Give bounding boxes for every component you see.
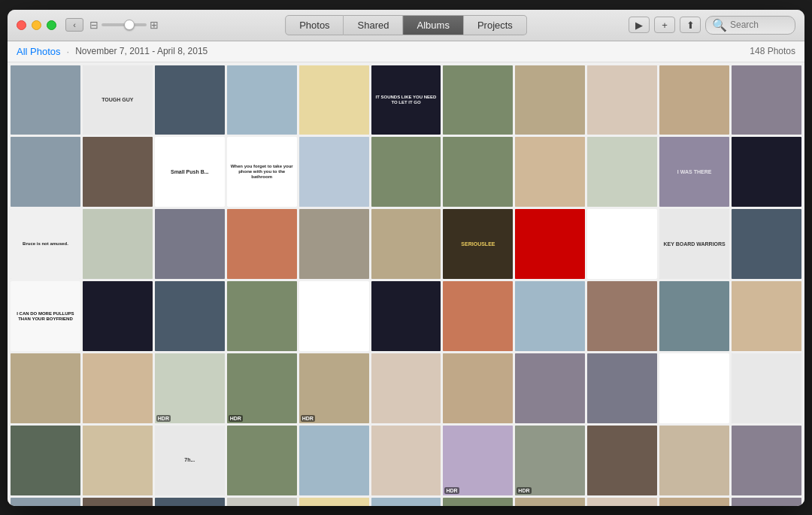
photo-cell[interactable]: KEY BOARD WARRIORS: [659, 209, 729, 279]
search-input[interactable]: [730, 20, 798, 30]
photo-cell[interactable]: [587, 65, 657, 135]
photo-cell[interactable]: [515, 65, 585, 135]
photo-cell[interactable]: Bruce is not amused.: [11, 209, 80, 279]
tab-albums[interactable]: Albums: [404, 15, 464, 35]
photo-cell[interactable]: [299, 281, 369, 351]
photo-cell[interactable]: [659, 353, 729, 423]
photo-cell[interactable]: [732, 353, 801, 423]
photo-cell[interactable]: HDR: [299, 353, 369, 423]
photo-cell[interactable]: [587, 353, 657, 423]
photo-cell[interactable]: HDR: [515, 498, 585, 505]
photo-cell[interactable]: Small Push B...: [155, 137, 225, 207]
photo-thumb: [299, 137, 369, 207]
play-button[interactable]: ▶: [629, 17, 650, 33]
photo-cell[interactable]: [371, 209, 441, 279]
photo-cell[interactable]: [443, 137, 513, 207]
photo-cell[interactable]: SERIOUSLEE: [443, 209, 513, 279]
photo-cell[interactable]: [371, 353, 441, 423]
photo-cell[interactable]: I WAS THERE: [659, 137, 729, 207]
photo-cell[interactable]: HDR: [227, 353, 297, 423]
photo-cell[interactable]: [299, 426, 369, 495]
photo-cell[interactable]: [515, 209, 585, 279]
photo-cell[interactable]: [11, 65, 80, 135]
photo-cell[interactable]: [515, 137, 585, 207]
photo-cell[interactable]: [443, 281, 513, 351]
photo-cell[interactable]: [11, 137, 80, 207]
photo-cell[interactable]: 7h...: [155, 426, 225, 495]
photo-cell[interactable]: [227, 498, 297, 505]
photo-cell[interactable]: [587, 209, 657, 279]
zoom-slider[interactable]: [102, 23, 147, 26]
photo-cell[interactable]: [732, 65, 801, 135]
photo-cell[interactable]: [155, 498, 225, 505]
photo-cell[interactable]: [443, 65, 513, 135]
photo-cell[interactable]: [83, 209, 153, 279]
photo-cell[interactable]: [732, 137, 801, 207]
photo-cell[interactable]: [227, 426, 297, 495]
photo-cell[interactable]: TOUGH GUY: [83, 65, 153, 135]
photo-cell[interactable]: HDR: [155, 353, 225, 423]
photo-cell[interactable]: [155, 209, 225, 279]
photo-cell[interactable]: HDR: [443, 498, 513, 505]
photo-cell[interactable]: [227, 65, 297, 135]
photo-cell[interactable]: [587, 137, 657, 207]
photo-cell[interactable]: [371, 137, 441, 207]
search-box[interactable]: 🔍: [705, 16, 795, 35]
photo-grid-container[interactable]: TOUGH GUYIT SOUNDS LIKE YOU NEED TO LET …: [8, 62, 804, 506]
maximize-button[interactable]: [47, 20, 56, 30]
close-button[interactable]: [17, 20, 26, 30]
photo-cell[interactable]: [371, 281, 441, 351]
photo-cell[interactable]: [732, 426, 801, 495]
photo-cell[interactable]: [11, 426, 80, 495]
photo-cell[interactable]: [371, 426, 441, 495]
photo-cell[interactable]: I CAN DO MORE PULLUPS THAN YOUR BOYFRIEN…: [11, 281, 80, 351]
tab-shared[interactable]: Shared: [344, 15, 404, 35]
photo-cell[interactable]: [83, 353, 153, 423]
photo-cell[interactable]: [299, 137, 369, 207]
photo-cell[interactable]: [299, 498, 369, 505]
photo-cell[interactable]: [732, 498, 801, 505]
photo-cell[interactable]: [155, 65, 225, 135]
photo-cell[interactable]: [83, 137, 153, 207]
photo-cell[interactable]: [515, 281, 585, 351]
photo-cell[interactable]: [371, 498, 441, 505]
photo-thumb: [515, 137, 585, 207]
photo-cell[interactable]: HDR: [443, 426, 513, 495]
date-range: November 7, 2011 - April 8, 2015: [75, 46, 208, 56]
photo-cell[interactable]: [659, 281, 729, 351]
photo-cell[interactable]: [659, 65, 729, 135]
photo-cell[interactable]: [732, 209, 801, 279]
photo-cell[interactable]: [587, 498, 657, 505]
photo-cell[interactable]: [587, 281, 657, 351]
photo-cell[interactable]: [11, 498, 80, 505]
photo-cell[interactable]: IT SOUNDS LIKE YOU NEED TO LET IT GO: [371, 65, 441, 135]
photo-thumb: [732, 209, 801, 279]
add-button[interactable]: +: [654, 17, 675, 33]
photo-cell[interactable]: When you forget to take your phone with …: [227, 137, 297, 207]
photo-cell[interactable]: [587, 426, 657, 495]
photo-cell[interactable]: [83, 281, 153, 351]
photo-cell[interactable]: [155, 281, 225, 351]
photo-cell[interactable]: [732, 281, 801, 351]
tab-photos[interactable]: Photos: [285, 15, 344, 35]
photo-cell[interactable]: [227, 281, 297, 351]
photo-cell[interactable]: [659, 426, 729, 495]
share-button[interactable]: ⬆: [680, 17, 701, 33]
photo-thumb: [515, 65, 585, 135]
photo-cell[interactable]: [83, 498, 153, 505]
photo-cell[interactable]: [443, 353, 513, 423]
minimize-button[interactable]: [32, 20, 41, 30]
photo-cell[interactable]: [659, 498, 729, 505]
tab-projects[interactable]: Projects: [464, 15, 527, 35]
back-button[interactable]: ‹: [65, 18, 83, 32]
search-icon: 🔍: [712, 18, 727, 32]
photo-cell[interactable]: [299, 65, 369, 135]
photo-cell[interactable]: HDR: [515, 426, 585, 495]
photo-thumb: [587, 209, 657, 279]
photo-cell[interactable]: [11, 353, 80, 423]
photo-cell[interactable]: [299, 209, 369, 279]
photo-cell[interactable]: [83, 426, 153, 495]
photo-cell[interactable]: [515, 353, 585, 423]
breadcrumb-all-photos[interactable]: All Photos: [17, 46, 61, 57]
photo-cell[interactable]: [227, 209, 297, 279]
